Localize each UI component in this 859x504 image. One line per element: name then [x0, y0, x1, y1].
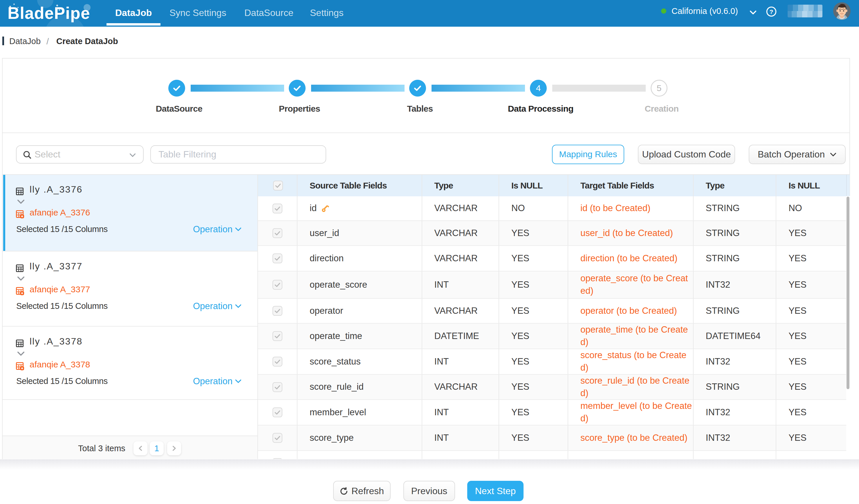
svg-text:?: ? [770, 9, 773, 15]
